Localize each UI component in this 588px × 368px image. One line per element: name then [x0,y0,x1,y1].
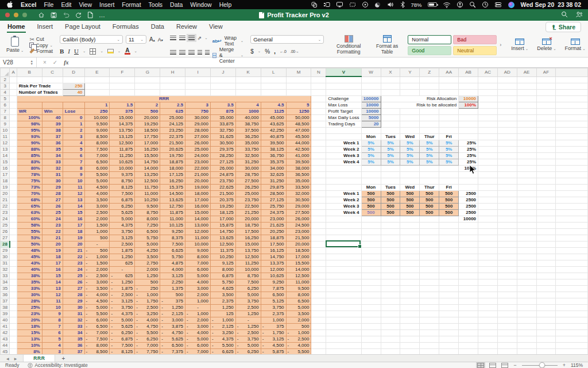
cell-F27[interactable]: 3,125 [110,235,135,241]
cell-E15[interactable]: 6,500 [84,159,110,165]
cell-AB21[interactable]: 2500 [459,197,478,203]
cell-X12[interactable]: 5% [381,140,400,146]
cell-J32[interactable]: 8,000 [210,266,235,273]
cell-X21[interactable]: 500 [381,197,400,203]
cell-AF13[interactable] [536,146,556,152]
cell-J18[interactable]: 23,750 [210,178,235,184]
cell-B42[interactable]: 15% [17,329,42,336]
cell-D8[interactable]: 0 [63,114,84,121]
cell-H45[interactable]: 7,375 [160,348,185,354]
wifi-icon[interactable] [443,2,451,8]
cell-I23[interactable]: 15,000 [185,209,211,216]
cell-AA32[interactable] [439,266,459,273]
cell-E9[interactable]: 9,500 [84,121,110,127]
cell-M8[interactable]: 50,000 [286,114,311,121]
cell-B13[interactable]: 88% [17,146,42,152]
font-size-select[interactable]: 11⌄ [126,35,146,44]
align-middle-icon[interactable] [179,36,185,40]
cell-AA27[interactable] [439,235,459,241]
cell-F20[interactable]: 7,500 [110,190,135,197]
row-header-43[interactable]: 43 [1,336,10,342]
cell-W28[interactable] [361,241,381,247]
cell-M37[interactable]: 6,500 [286,298,311,304]
cell-AF6[interactable] [536,102,556,108]
cell-I3[interactable] [185,83,211,89]
cell-E45[interactable]: 8,500 [84,348,110,354]
cell-N13[interactable] [311,146,326,152]
cell-H21[interactable]: 13,625 [160,197,185,203]
cell-AF7[interactable] [536,108,556,114]
cell-AA17[interactable] [439,171,459,178]
comma-icon[interactable]: , [274,48,276,55]
cell-N14[interactable] [311,152,326,159]
cell-B24[interactable]: 60% [17,216,42,222]
cell-AD40[interactable] [497,317,517,323]
cell-E13[interactable]: 7,500 [84,146,110,152]
cell-I43[interactable]: 5,000 [185,336,211,342]
orientation-icon[interactable]: ⇗ [198,35,202,41]
cell-W15[interactable]: 5% [361,159,381,165]
cell-L23[interactable]: 24,375 [261,209,286,216]
cell-Z14[interactable]: 5% [420,152,439,159]
cell-B7[interactable]: WR [17,108,42,114]
cell-Z9[interactable] [420,121,439,127]
row-header-3[interactable]: 3 [1,83,10,89]
row-header-29[interactable]: 29 [1,247,10,254]
cell-B2[interactable] [17,76,42,83]
cell-AC4[interactable] [478,89,498,95]
cell-J35[interactable]: 4,625 [210,285,235,292]
cell-M21[interactable]: 30,500 [286,197,311,203]
cell-N42[interactable] [311,329,326,336]
cell-N45[interactable] [311,348,326,354]
display-icon[interactable] [336,1,343,8]
cell-AE8[interactable] [517,114,536,121]
row-header-19[interactable]: 19 [1,184,10,190]
cell-D41[interactable]: 33 [63,323,84,329]
cell-J4[interactable] [210,89,235,95]
cell-F10[interactable]: 13,750 [110,127,135,133]
cell-C19[interactable]: 29 [42,184,63,190]
cell-G12[interactable]: 17,000 [135,140,160,146]
cell-AF44[interactable] [536,342,556,348]
format-painter-button[interactable]: Format [29,48,53,54]
cell-W29[interactable] [361,247,381,254]
cell-Y28[interactable] [400,241,420,247]
cell-C39[interactable]: 9 [42,310,63,317]
cell-Y38[interactable] [400,304,420,310]
cell-I35[interactable]: 3,000 [185,285,211,292]
cell-AD10[interactable] [497,127,517,133]
insert-function-icon[interactable]: fx [64,59,68,66]
cell-C20[interactable]: 28 [42,190,63,197]
cell-F41[interactable]: 5,625 [110,323,135,329]
cell-C18[interactable]: 30 [42,178,63,184]
cell-E4[interactable] [84,89,110,95]
cell-AF10[interactable] [536,127,556,133]
cell-K7[interactable]: 1000 [235,108,261,114]
cell-D21[interactable]: 13 [63,197,84,203]
cell-W37[interactable] [361,298,381,304]
name-box-stepper[interactable]: ▲▼ [30,60,33,65]
cell-AC15[interactable] [478,159,498,165]
copy-button[interactable]: Copy⌄ [29,43,53,48]
align-center-icon[interactable] [179,50,185,55]
cell-A28[interactable] [10,241,17,247]
cell-C22[interactable]: 26 [42,203,63,209]
cell-Z32[interactable] [420,266,439,273]
cell-AD24[interactable] [497,216,517,222]
cell-L13[interactable]: 38,125 [261,146,286,152]
cell-AB28[interactable] [459,241,478,247]
cell-A36[interactable] [10,292,17,298]
cell-J6[interactable]: 3.5 [210,102,235,108]
cell-M33[interactable]: 12,500 [286,273,311,279]
decrease-font-icon[interactable]: A▾ [158,37,163,43]
cell-J15[interactable]: 27,125 [210,159,235,165]
cell-AE16[interactable] [517,165,536,171]
zoom-percentage[interactable]: 115% [571,362,583,368]
cell-A42[interactable] [10,329,17,336]
cell-AA25[interactable] [439,222,459,228]
col-header-AF[interactable]: AF [536,68,556,77]
cell-C43[interactable]: 5 [42,336,63,342]
name-box[interactable]: V28 ▲▼ [0,57,37,67]
cell-M7[interactable]: 1250 [286,108,311,114]
cell-L21[interactable]: 27,125 [261,197,286,203]
